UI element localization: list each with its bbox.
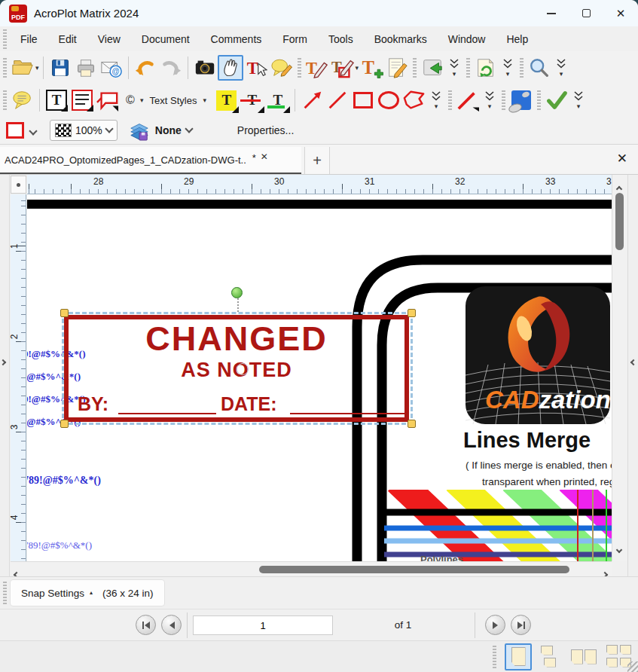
ellipse-tool-button[interactable] [376,87,401,113]
menu-view[interactable]: View [87,29,131,50]
underline-text-button[interactable]: T [265,87,291,113]
expand-left-panel-button[interactable] [1,354,5,368]
zoom-overflow-button[interactable]: ▾ [552,55,570,81]
properties-button[interactable]: Properties... [237,124,294,136]
vertical-scroll-thumb[interactable] [615,193,624,250]
toolbar-grip[interactable] [413,58,417,78]
toolbar-grip[interactable] [502,90,505,110]
edit-text-box-button[interactable]: T [330,55,356,81]
callout-button[interactable] [95,87,121,113]
menubar-grip[interactable] [3,29,7,49]
statusbar-grip[interactable] [3,582,7,604]
ruler-origin-box[interactable] [11,176,26,194]
overflow-button[interactable]: ▾ [445,55,463,81]
close-button[interactable]: ✕ [603,0,638,26]
hand-tool-button[interactable] [218,55,243,81]
scroll-down-button[interactable] [617,542,621,555]
bottombar-grip[interactable] [493,646,496,668]
toolbar-grip[interactable] [298,58,301,78]
text-styles-caret-icon[interactable]: ▾ [203,97,206,104]
snapshot-button[interactable] [192,55,218,81]
shapes-overflow-button[interactable]: ▾ [427,87,445,113]
snap-settings-button[interactable]: Snap Settings ▴ (36 x 24 in) [10,579,165,606]
text-styles-button[interactable]: Text Styles [144,95,203,106]
first-page-button[interactable] [136,615,156,635]
new-tab-button[interactable]: + [304,147,330,174]
open-file-button[interactable] [10,55,35,81]
color-caret-icon[interactable] [30,124,36,137]
resize-grip[interactable] [627,661,638,672]
polygon-tool-button[interactable] [401,87,427,113]
menu-edit[interactable]: Edit [48,29,87,50]
blend-dropdown[interactable]: None [128,120,192,141]
toolbar-grip[interactable] [448,90,452,110]
zoom-button[interactable] [527,55,552,81]
email-button[interactable]: @ [99,55,124,81]
single-page-view-button[interactable] [505,643,532,670]
previous-page-button[interactable] [161,615,182,635]
line-tool-button[interactable] [325,87,350,113]
opacity-dropdown[interactable]: 100% [50,120,118,141]
selection-handle-sw[interactable] [60,420,69,428]
rotation-handle[interactable] [231,287,243,298]
menu-bookmarks[interactable]: Bookmarks [364,29,438,50]
arrow-tool-button[interactable] [299,87,325,113]
strikeout-text-button[interactable]: T [240,87,265,113]
horizontal-scroll-thumb[interactable] [259,566,569,573]
rotate-page-button[interactable] [473,55,499,81]
page-number-input[interactable] [193,615,333,635]
document-tab[interactable]: ACAD24PRO_OptomizedPages_1_CADzation-DWG… [0,147,301,174]
undo-button[interactable] [133,55,158,81]
save-button[interactable] [47,55,73,81]
vertical-scrollbar[interactable] [612,175,627,561]
pencil-overflow-button[interactable]: ▾ [481,87,499,113]
toolbar-grip[interactable] [520,58,524,78]
toolbar-grip[interactable] [3,90,7,110]
menu-help[interactable]: Help [496,29,539,50]
copyright-stamp-button[interactable]: © [121,87,140,113]
text-annotation-button[interactable] [69,87,95,113]
add-text-button[interactable]: T [359,55,384,81]
dim-markup-button[interactable] [508,87,534,113]
rotate-overflow-button[interactable]: ▾ [499,55,517,81]
close-document-button[interactable]: ✕ [617,151,627,166]
print-button[interactable] [73,55,99,81]
expand-right-panel-button[interactable] [631,354,636,368]
menu-document[interactable]: Document [131,29,200,50]
check-overflow-button[interactable]: ▾ [569,87,588,113]
color-swatch[interactable] [6,122,24,139]
open-file-caret-icon[interactable]: ▾ [35,65,39,72]
edit-text-button[interactable]: T [304,55,330,81]
last-page-button[interactable] [511,615,531,635]
toolbar-grip[interactable] [3,58,7,78]
toolbar-grip[interactable] [537,90,541,110]
comment-edit-button[interactable] [269,55,295,81]
highlight-text-button[interactable]: T [214,87,240,113]
menu-tools[interactable]: Tools [318,29,364,50]
select-text-button[interactable]: T [243,55,269,81]
menu-file[interactable]: File [10,29,48,50]
facing-view-button[interactable] [569,643,600,670]
edit-note-button[interactable] [384,55,410,81]
document-page[interactable]: 9!@#$%^&*() !@#$%^&*() 9!@#$%^&*() !@#$%… [27,194,612,561]
toolbar-grip[interactable] [466,58,470,78]
insert-image-button[interactable] [420,55,445,81]
selection-handle-nw[interactable] [60,309,69,317]
redo-button[interactable] [158,55,184,81]
next-page-button[interactable] [485,615,505,635]
continuous-view-button[interactable] [537,643,564,670]
changed-stamp[interactable]: CHANGED AS NOTED BY: DATE: [64,315,409,422]
tab-close-icon[interactable]: ✕ [261,151,268,162]
text-box-button[interactable]: T [44,87,69,113]
pencil-tool-button[interactable] [455,87,481,113]
menu-comments[interactable]: Comments [200,29,273,50]
check-markup-button[interactable] [544,87,569,113]
selection-handle-ne[interactable] [408,309,416,317]
menu-window[interactable]: Window [438,29,496,50]
rectangle-tool-button[interactable] [350,87,376,113]
selection-handle-se[interactable] [408,420,416,428]
sticky-note-button[interactable] [10,87,35,113]
minimize-button[interactable] [534,0,569,26]
maximize-button[interactable] [569,0,603,26]
horizontal-scrollbar[interactable] [11,561,612,576]
